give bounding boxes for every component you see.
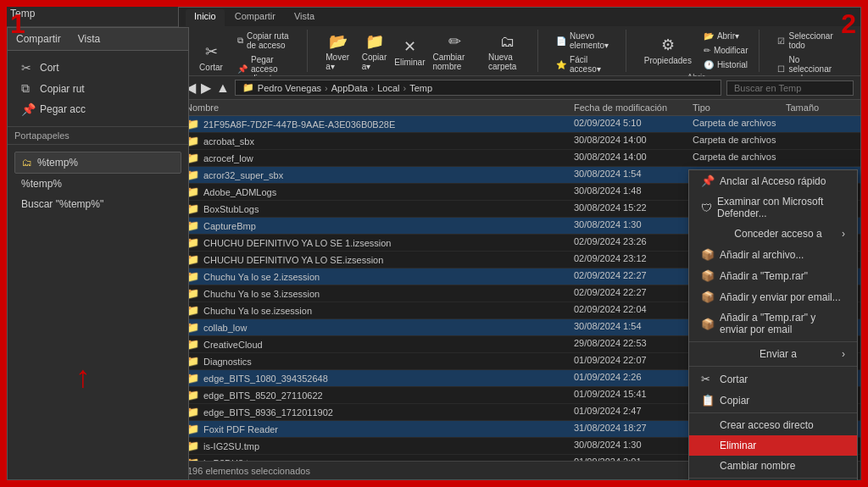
ribbon-btn-modify[interactable]: ✏ Modificar [699, 44, 753, 57]
ribbon-group-abrir: ⚙ Propiedades 📂 Abrir▾ ✏ Modificar [633, 30, 760, 72]
context-menu-item[interactable]: ✂Cortar [689, 368, 857, 390]
new-folder-icon: 🗂 [500, 33, 515, 51]
delete-icon: ✕ [403, 37, 416, 56]
copy-path-button[interactable]: ⧉ Copiar rut [16, 78, 180, 99]
context-menu-item[interactable]: Cambiar nombre [689, 456, 857, 476]
header-name[interactable]: Nombre [186, 102, 574, 113]
menu-item-icon: 📌 [701, 174, 715, 187]
paste-access-label: Pegar acc [40, 103, 86, 115]
label-1: 1 [10, 8, 25, 40]
temp-option-2[interactable]: %temp% [14, 174, 181, 194]
menu-item-icon: 📦 [701, 269, 715, 282]
nav-up-icon[interactable]: ▲ [216, 80, 230, 96]
context-menu-item[interactable]: 📦Añadir al archivo... [689, 244, 857, 265]
context-menu-item[interactable]: 📋Copiar [689, 390, 857, 411]
ribbon-btn-easy-access[interactable]: ⭐ Fácil acceso▾ [552, 53, 619, 75]
ribbon-btn-open[interactable]: 📂 Abrir▾ [699, 30, 753, 42]
ribbon-tab-inicio[interactable]: Inicio [186, 9, 225, 26]
header-type[interactable]: Tipo [693, 102, 786, 113]
copy-to-icon: 📁 [365, 32, 384, 51]
ribbon-btn-properties[interactable]: ⚙ Propiedades [640, 33, 696, 68]
paste-access-icon: 📌 [237, 64, 248, 74]
label-2: 2 [841, 8, 856, 40]
ribbon-btn-new-element[interactable]: 📄 Nuevo elemento▾ [552, 30, 619, 52]
header-date[interactable]: Fecha de modificación [574, 102, 693, 113]
context-menu: 📌Anclar al Acceso rápido🛡Examinar con Mi… [688, 169, 858, 487]
table-row[interactable]: 📁 acrobat_sbx 30/08/2024 14:00 Carpeta d… [179, 133, 860, 150]
ribbon-btn-history[interactable]: 🕐 Historial [699, 58, 753, 71]
menu-item-icon: 🛡 [701, 202, 712, 214]
paste-access-button[interactable]: 📌 Pegar acc [16, 99, 180, 119]
context-menu-item[interactable]: 🛡Examinar con Microsoft Defender... [689, 191, 857, 224]
ribbon-btn-rename[interactable]: ✏ Cambiar nombre [428, 30, 481, 74]
ribbon-tabs: Inicio Compartir Vista [179, 8, 860, 26]
properties-icon: ⚙ [661, 36, 675, 54]
menu-item-icon: 📦 [701, 318, 715, 330]
menu-separator [689, 366, 857, 367]
copy-path-icon: ⧉ [237, 36, 243, 46]
table-row[interactable]: 📁 acrocef_low 30/08/2024 14:00 Carpeta d… [179, 150, 860, 167]
status-text: 196 elementos seleccionados [187, 466, 310, 476]
left-panel: Compartir Vista ✂ Cort ⧉ Copiar rut 📌 Pe… [7, 27, 189, 480]
ribbon-btn-copy-path[interactable]: ⧉ Copiar ruta de acceso [233, 30, 300, 52]
context-menu-item[interactable]: Conceder acceso a› [689, 224, 857, 244]
move-icon: 📂 [329, 32, 348, 51]
menu-item-icon: 📦 [701, 248, 715, 261]
menu-item-icon: 📋 [701, 394, 715, 407]
modify-icon: ✏ [704, 46, 710, 55]
tab-vista[interactable]: Vista [78, 33, 100, 45]
copy-path-icon: ⧉ [21, 81, 35, 96]
path-part-1: 📁 [242, 82, 254, 93]
menu-separator [689, 412, 857, 413]
path-pedro[interactable]: Pedro Venegas [258, 83, 321, 93]
cut-label: Cort [40, 62, 59, 74]
ribbon-btn-new-folder[interactable]: 🗂 Nueva carpeta [484, 30, 531, 74]
nuevo-buttons: 📄 Nuevo elemento▾ ⭐ Fácil acceso▾ [552, 30, 619, 75]
submenu-arrow-icon: › [842, 348, 845, 360]
copy-path-label: Copiar rut [40, 83, 85, 95]
organizar-buttons: 📂 Mover a▾ 📁 Copiar a▾ ✕ Eliminar ✏ Camb… [321, 30, 531, 74]
search-input[interactable] [726, 80, 854, 96]
context-menu-item[interactable]: 📦Añadir y enviar por email... [689, 286, 857, 307]
ribbon-btn-cut[interactable]: ✂ Cortar [192, 40, 230, 75]
select-all-icon: ☑ [777, 36, 785, 46]
nav-forward-icon[interactable]: ▶ [201, 80, 211, 96]
ribbon-group-portapapeles: ✂ Cortar ⧉ Copiar ruta de acceso 📌 Pegar… [186, 30, 308, 72]
ribbon-btn-copy-to[interactable]: 📁 Copiar a▾ [358, 30, 392, 74]
context-area: 🗂 %temp% %temp% Buscar "%temp%" [8, 145, 188, 479]
address-path[interactable]: 📁 Pedro Venegas › AppData › Local › Temp [235, 80, 721, 96]
cut-icon: ✂ [205, 42, 218, 61]
context-menu-item[interactable]: Enviar a› [689, 344, 857, 364]
menu-separator [689, 341, 857, 342]
address-bar: ◀ ▶ ▲ 📁 Pedro Venegas › AppData › Local … [179, 76, 860, 100]
ribbon-btn-move[interactable]: 📂 Mover a▾ [321, 30, 353, 74]
context-menu-item[interactable]: Eliminar [689, 435, 857, 456]
ribbon-btn-delete[interactable]: ✕ Eliminar [394, 35, 425, 69]
file-list-header: Nombre Fecha de modificación Tipo Tamaño [179, 100, 860, 116]
abrir-small: 📂 Abrir▾ ✏ Modificar 🕐 Historial [699, 30, 753, 71]
ribbon-group-nuevo: 📄 Nuevo elemento▾ ⭐ Fácil acceso▾ Nuevo [545, 30, 626, 72]
new-element-icon: 📄 [556, 36, 566, 46]
context-menu-item[interactable]: 📌Anclar al Acceso rápido [689, 170, 857, 191]
header-size[interactable]: Tamaño [786, 102, 854, 113]
border-bottom [0, 480, 868, 487]
search-temp-option[interactable]: Buscar "%temp%" [14, 194, 181, 214]
deselect-icon: ☐ [777, 64, 785, 74]
menu-separator [689, 478, 857, 479]
abrir-buttons: ⚙ Propiedades 📂 Abrir▾ ✏ Modificar [640, 30, 753, 71]
path-appdata[interactable]: AppData [331, 83, 368, 93]
context-menu-item[interactable]: 📦Añadir a "Temp.rar" y enviar por email [689, 307, 857, 340]
path-temp[interactable]: Temp [409, 83, 432, 93]
table-row[interactable]: 📁 21F95A8F-7D2F-447B-9AAE-A3E036B0B28E 0… [179, 116, 860, 133]
rename-icon: ✏ [448, 32, 461, 51]
menu-item-icon: ✂ [701, 373, 715, 385]
left-panel-tabs: Compartir Vista [8, 28, 188, 51]
cut-button[interactable]: ✂ Cort [16, 58, 180, 78]
path-local[interactable]: Local [377, 83, 399, 93]
ribbon-tab-compartir[interactable]: Compartir [226, 9, 284, 26]
ribbon-tab-vista[interactable]: Vista [286, 9, 323, 26]
context-menu-item[interactable]: Crear acceso directo [689, 415, 857, 435]
temp-option-1[interactable]: 🗂 %temp% [14, 152, 181, 174]
context-menu-item[interactable]: 📦Añadir a "Temp.rar" [689, 265, 857, 286]
ribbon-btn-select-all[interactable]: ☑ Seleccionar todo [773, 30, 847, 52]
